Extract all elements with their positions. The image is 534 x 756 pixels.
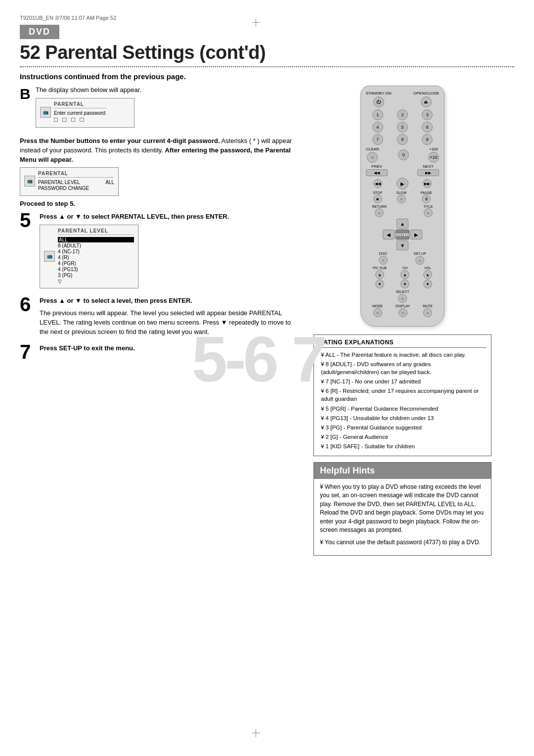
sm1-dots: □ □ □ □ <box>54 116 106 123</box>
vol-label: VOL <box>424 266 431 270</box>
sm1-prompt: Enter current password: <box>54 110 106 116</box>
body-text-1: Press the Number buttons to enter your c… <box>20 137 302 165</box>
sm2-item2-label: PASSWORD CHANGE <box>38 186 89 191</box>
rating-item-pg13: ¥ 4 [PG13] - Unsuitable for children und… <box>319 414 486 422</box>
dpad: ▲ ◀ ENTER ▶ ▼ <box>383 219 422 250</box>
step-b-letter: B <box>20 87 32 132</box>
stop-slow-pause-row: STOP ■ SLOW ○ PAUSE ⏸ <box>366 191 439 203</box>
step-5-heading: Press ▲ or ▼ to select PARENTAL LEVEL, t… <box>40 212 302 222</box>
fastforward-button[interactable]: ▶▶ <box>423 179 432 188</box>
screen-mockup-3: 📺 PARENTAL LEVEL ALL 8 (ADULT) 4 (NC-17)… <box>40 225 138 288</box>
mode-button[interactable]: ○ <box>373 308 382 317</box>
plus100-label: +100 <box>429 147 438 151</box>
num-1-button[interactable]: 1 <box>372 109 383 120</box>
step-6-content: Press ▲ or ▼ to select a level, then pre… <box>40 296 302 339</box>
proceed-line: Proceed to step 5. <box>20 200 302 207</box>
section-divider <box>20 66 514 67</box>
num-9-button[interactable]: 9 <box>422 134 433 145</box>
num-2-button[interactable]: 2 <box>397 109 408 120</box>
step-7-number: 7 <box>20 342 36 362</box>
clear-row: CLEAR ○ 0 +100 +10 <box>366 147 439 163</box>
return-button[interactable]: ○ <box>375 208 384 217</box>
disc-button[interactable]: ○ <box>379 256 388 265</box>
slow-label: SLOW <box>397 191 407 194</box>
ch-up-button[interactable]: ▲ <box>400 270 409 279</box>
sm3-pgr: 4 (PGR) <box>58 261 134 266</box>
num-7-button[interactable]: 7 <box>372 134 383 145</box>
pic-sub-down-button[interactable]: ▼ <box>375 280 384 288</box>
stop-button[interactable]: ■ <box>373 194 382 203</box>
pause-label: PAUSE <box>421 191 432 194</box>
dpad-empty-tl <box>383 219 395 229</box>
standby-button[interactable]: ⏻ <box>373 96 384 107</box>
rating-item-r: ¥ 6 [R] - Restricted; under 17 requires … <box>319 387 486 403</box>
plus10-button[interactable]: +10 <box>428 152 439 163</box>
registration-cross-bl <box>252 729 260 737</box>
sm3-r: 4 (R) <box>58 255 134 260</box>
setup-label: SET-UP <box>414 252 426 255</box>
select-label: SELECT <box>396 290 409 293</box>
title-button[interactable]: ○ <box>424 208 433 217</box>
prev-label: PREV <box>371 164 382 169</box>
ch-down-button[interactable]: ▼ <box>400 280 409 288</box>
pause-button[interactable]: ⏸ <box>422 194 431 203</box>
right-column: STANDBY·ON ⏻ OPEN/CLOSE ⏏ 1 2 3 4 <box>313 86 491 556</box>
num-0-button[interactable]: 0 <box>398 149 409 160</box>
open-close-button[interactable]: ⏏ <box>421 96 432 107</box>
pic-sub-label: PIC SUB <box>373 266 387 270</box>
hint-item-1: ¥ When you try to play a DVD whose ratin… <box>319 483 486 534</box>
sm2-item1-val: ALL <box>105 180 114 185</box>
next-button[interactable]: ▶▶ <box>417 169 439 176</box>
sm1-icon: 📺 <box>40 107 51 118</box>
rating-item-g: ¥ 2 [G] - General Audience <box>319 433 486 441</box>
pic-sub-button[interactable]: ▲ <box>375 270 384 279</box>
rating-box-title: RATING EXPLANATIONS <box>319 339 486 348</box>
sm2-icon: 📺 <box>24 176 35 187</box>
num-6-button[interactable]: 6 <box>422 122 433 133</box>
playback-row: ◀◀ ▶ ▶▶ <box>366 178 439 189</box>
dpad-up-button[interactable]: ▲ <box>397 219 408 229</box>
select-button[interactable]: ○ <box>398 294 407 303</box>
step-7-content: Press SET-UP to exit the menu. <box>40 344 302 356</box>
sm3-label: PARENTAL LEVEL <box>58 228 134 235</box>
mute-button[interactable]: ○ <box>423 308 432 317</box>
title-label: TITLE <box>423 205 433 208</box>
prev-button[interactable]: ◀◀ <box>366 169 388 176</box>
disc-setup-row: DISC ○ SET-UP ○ <box>366 252 439 265</box>
enter-button[interactable]: ENTER <box>396 230 409 239</box>
num-8-button[interactable]: 8 <box>397 134 408 145</box>
hint-item-2: ¥ You cannot use the default password (4… <box>319 538 486 547</box>
step-5-content: Press ▲ or ▼ to select PARENTAL LEVEL, t… <box>40 212 302 292</box>
meta-line: T9201UB_EN 3/7/06 11:07 AM Page 52 <box>20 15 514 21</box>
stop-label: STOP <box>373 191 382 194</box>
rating-item-kidsafe: ¥ 1 [KID SAFE] - Suitable for children <box>319 442 486 450</box>
rating-explanations-box: RATING EXPLANATIONS ¥ ALL - The Parental… <box>313 334 491 456</box>
play-button[interactable]: ▶ <box>397 178 408 189</box>
step-b-section: B The display shown below will appear. 📺… <box>20 86 302 132</box>
sm3-nc17: 4 (NC-17) <box>58 249 134 254</box>
num-5-button[interactable]: 5 <box>397 122 408 133</box>
dpad-left-button[interactable]: ◀ <box>383 230 395 239</box>
num-4-button[interactable]: 4 <box>372 122 383 133</box>
slow-button[interactable]: ○ <box>397 194 406 203</box>
standby-label: STANDBY·ON <box>366 91 391 95</box>
number-grid: 1 2 3 4 5 6 7 8 9 <box>366 109 439 145</box>
rating-item-pg: ¥ 3 [PG] - Parental Guidance suggested <box>319 424 486 431</box>
step-6-section: 6 Press ▲ or ▼ to select a level, then p… <box>20 296 302 339</box>
clear-button[interactable]: ○ <box>367 152 378 163</box>
step-7-section: 7 Press SET-UP to exit the menu. <box>20 344 302 362</box>
rating-item-nc17: ¥ 7 [NC-17] - No one under 17 admitted <box>319 378 486 385</box>
helpful-hints-title: Helpful Hints <box>314 463 491 479</box>
vol-down-button[interactable]: ▼ <box>423 280 432 288</box>
dpad-right-button[interactable]: ▶ <box>410 230 422 239</box>
sm3-arrow: ▽ <box>58 279 134 284</box>
return-label: RETURN <box>372 205 387 208</box>
setup-button[interactable]: ○ <box>415 256 424 265</box>
dpad-down-button[interactable]: ▼ <box>397 240 408 250</box>
step-7-heading: Press SET-UP to exit the menu. <box>40 344 302 353</box>
remote-wrap: STANDBY·ON ⏻ OPEN/CLOSE ⏏ 1 2 3 4 <box>313 86 491 327</box>
rewind-button[interactable]: ◀◀ <box>373 179 382 188</box>
num-3-button[interactable]: 3 <box>422 109 433 120</box>
vol-up-button[interactable]: ▲ <box>423 270 432 279</box>
display-button[interactable]: ○ <box>399 308 407 317</box>
